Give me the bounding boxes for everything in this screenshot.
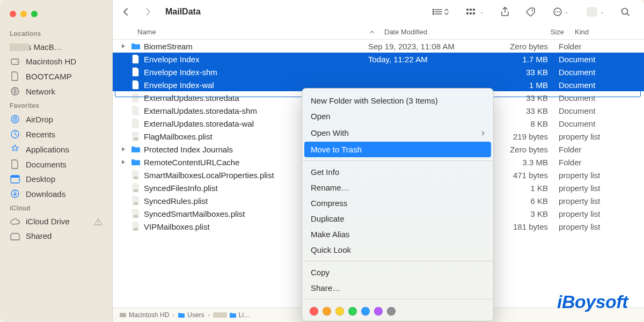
sidebar-item[interactable]: Documents	[0, 157, 112, 172]
warning-icon	[94, 218, 103, 225]
context-menu-item[interactable]: Duplicate	[302, 211, 493, 226]
column-date[interactable]: Date Modified	[384, 28, 508, 36]
file-kind: Document	[559, 106, 638, 115]
sidebar-item[interactable]: Downloads	[0, 186, 112, 201]
context-menu-label: Quick Look	[311, 245, 351, 254]
view-list-button[interactable]	[427, 4, 454, 19]
context-menu-item[interactable]: Open With	[302, 124, 493, 142]
tag-color[interactable]	[387, 307, 396, 316]
sidebar-item-label: Desktop	[26, 174, 103, 184]
disclosure-triangle[interactable]	[121, 147, 128, 152]
file-size: 1.7 MB	[492, 55, 559, 64]
file-kind: Document	[559, 119, 638, 128]
tag-color[interactable]	[323, 307, 331, 316]
context-menu-item[interactable]: Quick Look	[302, 242, 493, 258]
column-name[interactable]: Name	[137, 28, 384, 36]
context-menu-item[interactable]: Move to Trash	[304, 142, 491, 157]
file-name: FlagMailboxes.plist	[144, 132, 213, 141]
sidebar-item-label: Network	[26, 87, 103, 96]
context-menu-item[interactable]: Open	[302, 108, 493, 124]
tag-color[interactable]	[335, 307, 344, 316]
sidebar-item[interactable]: Recents	[0, 127, 112, 142]
minimize-window-button[interactable]	[20, 11, 27, 17]
back-button[interactable]	[118, 4, 133, 19]
sidebar-item[interactable]: Shared	[0, 229, 112, 243]
sidebar-heading: Locations	[0, 27, 112, 40]
column-kind[interactable]: Kind	[575, 28, 638, 36]
file-size: 6 KB	[492, 196, 559, 206]
svg-point-13	[98, 223, 99, 224]
context-menu-label: New Folder with Selection (3 Items)	[311, 96, 438, 105]
svg-point-3	[17, 61, 18, 62]
sidebar-item[interactable]: Desktop	[0, 172, 112, 186]
path-segment[interactable]	[213, 311, 221, 319]
sidebar-item-label: AirDrop	[26, 115, 103, 124]
desktop-icon	[10, 175, 20, 184]
context-menu-item[interactable]: Get Info	[302, 164, 493, 180]
path-segment[interactable]: Macintosh HD	[119, 311, 169, 319]
search-button[interactable]	[616, 4, 634, 19]
share-button[interactable]	[496, 4, 514, 19]
zoom-window-button[interactable]	[31, 11, 38, 17]
sidebar-item[interactable]: Network	[0, 84, 112, 99]
file-name: ExternalUpdates.storedata	[144, 93, 239, 103]
context-menu-item[interactable]: Make Alias	[302, 226, 493, 242]
path-segment[interactable]: Li…	[229, 311, 250, 319]
file-name: Envelope Index-shm	[144, 68, 217, 77]
context-menu-item[interactable]: Copy	[302, 265, 493, 280]
file-kind: Document	[559, 68, 638, 77]
sidebar-item[interactable]: Macintosh HD	[0, 54, 112, 69]
sidebar-item[interactable]: BOOTCAMP	[0, 69, 112, 84]
svg-rect-10	[11, 175, 19, 178]
redacted-text	[10, 43, 29, 51]
svg-rect-22	[473, 9, 475, 11]
file-name: SyncedSmartMailboxes.plist	[144, 209, 245, 218]
sidebar-item[interactable]: iCloud Drive	[0, 214, 112, 229]
sidebar-item[interactable]: Applications	[0, 142, 112, 157]
tag-color[interactable]	[348, 307, 357, 316]
tag-button[interactable]	[522, 4, 540, 19]
disclosure-triangle[interactable]	[121, 159, 128, 165]
path-segment[interactable]: Users	[178, 311, 204, 319]
file-row[interactable]: BiomeStreamSep 19, 2023, 11:08 AMZero by…	[113, 40, 644, 53]
file-kind: Folder	[559, 42, 638, 51]
context-menu-label: Move to Trash	[311, 145, 362, 154]
context-menu-label: Make Alias	[311, 230, 350, 239]
close-window-button[interactable]	[10, 11, 16, 17]
file-size: 3.3 MB	[492, 158, 559, 167]
extension-button[interactable]: ⌄	[582, 4, 609, 19]
file-size: 1 KB	[492, 184, 559, 193]
path-label: Macintosh HD	[129, 311, 169, 319]
context-menu-label: Share…	[311, 283, 340, 292]
redacted-text	[213, 312, 227, 318]
context-menu-item[interactable]: Rename…	[302, 180, 493, 195]
sidebar-item[interactable]: 's MacB…	[0, 40, 112, 54]
svg-point-29	[557, 11, 558, 12]
tag-color[interactable]	[361, 307, 370, 316]
file-row[interactable]: Envelope IndexToday, 11:22 AM1.7 MBDocum…	[113, 53, 644, 65]
sidebar-item[interactable]: AirDrop	[0, 112, 112, 127]
context-menu: New Folder with Selection (3 Items)OpenO…	[302, 88, 494, 321]
clock-icon	[10, 129, 20, 139]
group-button[interactable]: ⌄	[462, 4, 488, 19]
file-row[interactable]: Envelope Index-shm33 KBDocument	[113, 65, 644, 78]
column-size[interactable]: Size	[508, 28, 575, 36]
plist-icon	[131, 170, 141, 180]
document-icon	[131, 80, 141, 90]
context-menu-item[interactable]: Compress	[302, 195, 493, 211]
sidebar-item-label: Downloads	[26, 189, 103, 199]
tag-color[interactable]	[310, 307, 318, 316]
window-controls	[0, 4, 112, 27]
action-button[interactable]: ⌄	[547, 4, 574, 19]
forward-button[interactable]	[141, 4, 156, 19]
file-size: 471 bytes	[492, 171, 559, 180]
airdrop-icon	[10, 114, 20, 124]
context-menu-item[interactable]: Share…	[302, 280, 493, 296]
file-size: 33 KB	[492, 68, 559, 77]
file-size: 1 MB	[492, 80, 559, 90]
tag-color[interactable]	[374, 307, 383, 316]
svg-rect-25	[473, 12, 475, 14]
svg-point-18	[433, 11, 434, 12]
disclosure-triangle[interactable]	[121, 43, 128, 49]
context-menu-item[interactable]: New Folder with Selection (3 Items)	[302, 93, 493, 108]
